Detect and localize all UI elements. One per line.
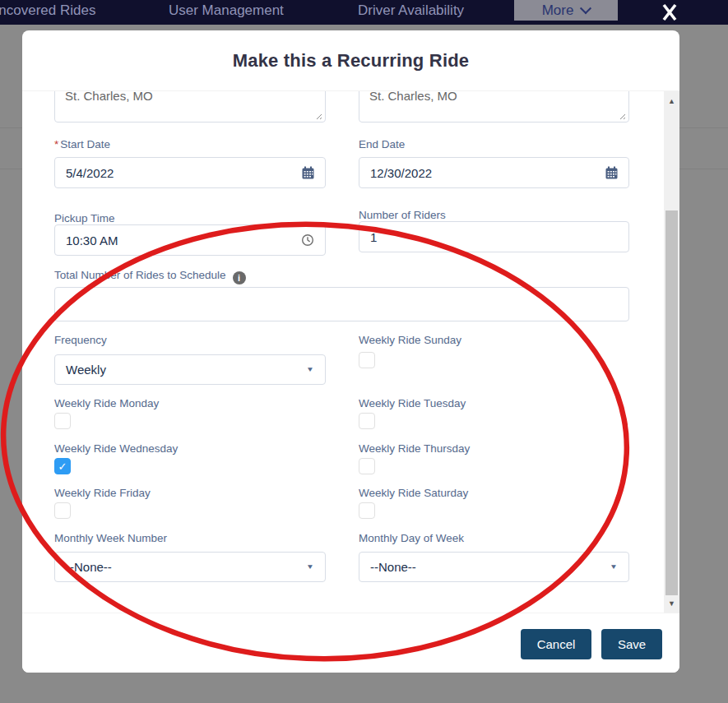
pickup-time-value: 10:30 AM <box>66 234 118 247</box>
weekly-ride-saturday-label: Weekly Ride Saturday <box>359 487 629 499</box>
weekly-ride-sunday-checkbox[interactable]: ✓ <box>359 352 375 368</box>
weekly-ride-friday-label: Weekly Ride Friday <box>54 487 326 499</box>
monthly-week-number-value: --None-- <box>66 560 112 574</box>
pickup-time-input[interactable]: 10:30 AM <box>54 224 326 256</box>
dropdown-caret-icon: ▼ <box>306 366 314 373</box>
end-date-value: 12/30/2022 <box>370 166 432 180</box>
save-button[interactable]: Save <box>601 629 662 659</box>
nav-item-user-management[interactable]: User Management <box>169 0 284 21</box>
close-icon <box>658 2 681 22</box>
end-date-label: End Date <box>359 138 629 150</box>
end-date-input[interactable]: 12/30/2022 <box>359 157 629 188</box>
weekly-ride-sunday-label: Weekly Ride Sunday <box>359 334 629 346</box>
weekly-ride-thursday-label: Weekly Ride Thursday <box>359 442 629 455</box>
close-button[interactable] <box>658 2 681 22</box>
top-navbar: Uncovered Rides User Management Driver A… <box>0 0 728 25</box>
monthly-week-number-select[interactable]: --None-- ▼ <box>54 552 326 582</box>
dropoff-location-textarea[interactable]: St. Charles, MO <box>359 90 629 123</box>
nav-item-uncovered-rides[interactable]: Uncovered Rides <box>0 0 95 21</box>
scrollbar-thumb[interactable] <box>665 210 678 595</box>
modal-header: Make this a Recurring Ride <box>22 30 679 90</box>
modal-scrollbar[interactable]: ▲ ▼ <box>664 91 679 613</box>
scrollbar-up-arrow-icon[interactable]: ▲ <box>664 95 679 108</box>
monthly-day-of-week-value: --None-- <box>370 560 416 574</box>
nav-item-driver-availability[interactable]: Driver Availability <box>358 0 464 21</box>
start-date-value: 5/4/2022 <box>66 166 114 180</box>
frequency-value: Weekly <box>66 363 106 377</box>
nav-more-label: More <box>542 2 574 20</box>
weekly-ride-wednesday-label: Weekly Ride Wednesday <box>54 442 326 455</box>
calendar-icon[interactable] <box>605 166 618 179</box>
dropdown-caret-icon: ▼ <box>306 563 314 571</box>
clock-icon[interactable] <box>301 234 314 247</box>
info-icon[interactable]: i <box>233 271 246 284</box>
pickup-location-textarea[interactable]: St. Charles, MO <box>54 90 326 123</box>
weekly-ride-wednesday-checkbox[interactable]: ✓ <box>54 458 71 474</box>
resize-handle-icon[interactable] <box>618 112 626 120</box>
total-rides-label: Total Number of Rides to Schedulei <box>54 269 246 284</box>
monthly-week-number-label: Monthly Week Number <box>54 532 326 544</box>
number-of-riders-label: Number of Riders <box>359 209 629 221</box>
modal-footer: Cancel Save <box>22 613 679 673</box>
check-icon: ✓ <box>58 461 67 472</box>
dropoff-location-value: St. Charles, MO <box>369 90 457 103</box>
nav-more-button[interactable]: More <box>514 0 618 21</box>
dropdown-caret-icon: ▼ <box>610 563 618 571</box>
weekly-ride-friday-checkbox[interactable]: ✓ <box>54 502 71 519</box>
pickup-location-value: St. Charles, MO <box>65 90 153 103</box>
weekly-ride-saturday-checkbox[interactable]: ✓ <box>359 502 375 519</box>
modal-title: Make this a Recurring Ride <box>233 50 470 72</box>
weekly-ride-tuesday-label: Weekly Ride Tuesday <box>359 397 629 409</box>
start-date-input[interactable]: 5/4/2022 <box>54 157 326 188</box>
monthly-day-of-week-select[interactable]: --None-- ▼ <box>359 552 629 582</box>
weekly-ride-monday-label: Weekly Ride Monday <box>54 397 326 409</box>
weekly-ride-tuesday-checkbox[interactable]: ✓ <box>359 413 375 429</box>
recurring-ride-modal: Make this a Recurring Ride St. Charles, … <box>22 30 679 673</box>
modal-scroll-body: St. Charles, MO St. Charles, MO *Start D… <box>22 90 679 613</box>
weekly-ride-thursday-checkbox[interactable]: ✓ <box>359 458 375 474</box>
calendar-icon[interactable] <box>302 166 314 179</box>
frequency-label: Frequency <box>54 334 326 346</box>
cancel-button[interactable]: Cancel <box>521 629 591 659</box>
weekly-ride-monday-checkbox[interactable]: ✓ <box>54 413 71 429</box>
chevron-down-icon <box>580 2 591 14</box>
start-date-label: *Start Date <box>54 138 326 150</box>
pickup-time-label: Pickup Time <box>54 212 326 224</box>
total-rides-input[interactable] <box>54 287 629 321</box>
frequency-select[interactable]: Weekly ▼ <box>54 354 326 385</box>
required-asterisk: * <box>54 138 58 150</box>
scrollbar-down-arrow-icon[interactable]: ▼ <box>664 597 679 610</box>
monthly-day-of-week-label: Monthly Day of Week <box>359 532 629 544</box>
number-of-riders-value: 1 <box>370 230 377 244</box>
resize-handle-icon[interactable] <box>314 112 322 120</box>
number-of-riders-input[interactable]: 1 <box>359 221 629 252</box>
